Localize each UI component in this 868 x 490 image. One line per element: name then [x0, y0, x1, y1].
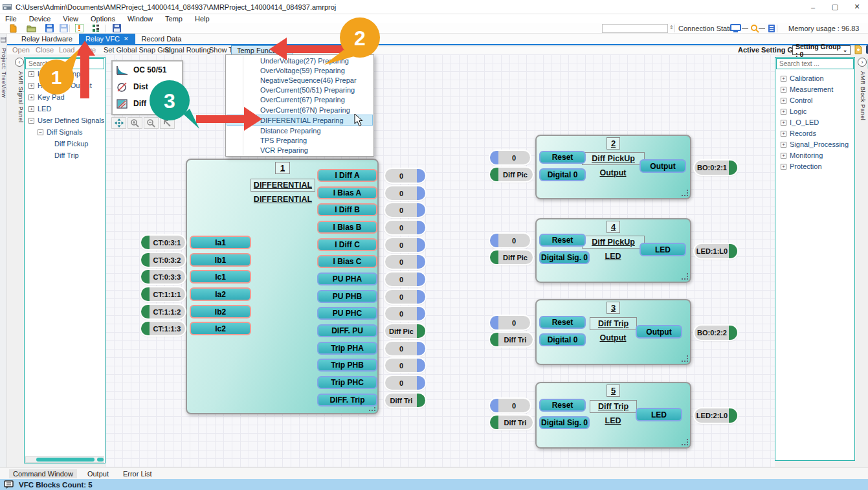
menu-window[interactable]: Window [128, 15, 153, 23]
menu-item-overcurrent5051[interactable]: OverCurrent(50/51) Preparing [227, 85, 373, 95]
value-pill[interactable]: Diff Pic [490, 251, 533, 264]
expander-icon[interactable]: + [781, 87, 786, 93]
pan-tool-button[interactable] [111, 117, 126, 129]
expander-icon[interactable]: + [781, 164, 786, 170]
tab-output[interactable]: Output [83, 469, 113, 478]
expander-icon[interactable]: + [781, 153, 786, 159]
input-pill[interactable]: Reset [539, 316, 586, 329]
value-pill[interactable]: 0 [385, 255, 425, 269]
maximize-button[interactable]: ▢ [824, 0, 846, 14]
expander-icon[interactable]: + [781, 142, 786, 148]
input-pill[interactable]: Ia1 [190, 236, 251, 249]
source-pill[interactable]: CT:0:3:2 [141, 253, 185, 267]
source-pill[interactable]: CT:0:3:3 [141, 270, 185, 284]
source-pill[interactable]: CT:1:1:1 [141, 287, 185, 301]
value-pill[interactable]: 0 [385, 238, 425, 252]
value-pill[interactable]: Diff Tri [490, 416, 533, 429]
output-pill[interactable]: I Diff A [317, 169, 377, 182]
expander-icon[interactable]: − [28, 118, 34, 124]
signal-routing-button[interactable]: Signal Routing [164, 46, 211, 54]
select-tool-button[interactable] [160, 117, 175, 129]
value-pill[interactable]: Diff Tri [490, 333, 533, 346]
input-pill[interactable]: Ia2 [190, 287, 251, 301]
resize-grip[interactable] [682, 190, 689, 197]
output-pill[interactable]: DIFF. PU [317, 324, 377, 337]
output-pill[interactable]: I Bias C [317, 255, 377, 268]
input-pill[interactable]: Digital 0 [539, 168, 586, 181]
expander-icon[interactable]: − [38, 129, 43, 135]
zoom-in-button[interactable] [128, 117, 142, 129]
tree-item-signal-processing[interactable]: + Signal_Processing [781, 140, 849, 148]
input-pill[interactable]: Digital 0 [539, 333, 586, 346]
menu-temp[interactable]: Temp [165, 15, 183, 23]
tree-item-monitoring[interactable]: + Monitoring [781, 151, 823, 159]
scrollbar-thumb[interactable] [36, 458, 95, 462]
output-pill[interactable]: I Diff C [317, 238, 377, 251]
add-setting-group-icon[interactable] [854, 45, 863, 56]
value-pill[interactable]: 0 [490, 151, 530, 164]
collapse-left-panel-button[interactable]: ‹ [15, 58, 24, 67]
tab-relay-vfc[interactable]: Relay VFC ✕ [79, 34, 135, 44]
save-all-icon[interactable] [58, 23, 69, 33]
vfc-close-button[interactable]: Close [36, 46, 54, 54]
expander-icon[interactable]: + [28, 83, 34, 89]
value-pill[interactable]: 0 [490, 234, 530, 247]
zoom-out-button[interactable] [144, 117, 159, 129]
input-pill[interactable]: Digital Sig. 0 [539, 251, 590, 264]
expander-icon[interactable]: + [781, 109, 786, 115]
expander-icon[interactable]: + [28, 95, 34, 100]
value-pill[interactable]: 0 [490, 399, 530, 412]
run-check-icon[interactable] [74, 23, 85, 33]
input-pill[interactable]: Ib1 [190, 253, 251, 267]
value-pill[interactable]: 0 [490, 316, 530, 329]
input-pill[interactable]: Ic2 [190, 322, 251, 335]
minimize-button[interactable]: – [802, 0, 824, 14]
input-pill[interactable]: Ic1 [190, 270, 251, 284]
value-pill[interactable]: 0 [385, 203, 425, 217]
expander-icon[interactable]: + [28, 71, 34, 77]
output-pill[interactable]: I Bias B [317, 221, 377, 234]
value-pill[interactable]: 0 [385, 221, 425, 234]
tab-record-data[interactable]: Record Data [135, 34, 188, 44]
menu-help[interactable]: Help [195, 15, 210, 23]
project-treeview-label[interactable]: Project: TreeView [1, 48, 7, 98]
tree-item-protection[interactable]: + Protection [781, 162, 822, 170]
amr-block-panel-label[interactable]: AMR Block Panel [860, 71, 866, 120]
menu-item-undervoltage[interactable]: UnderVoltage(27) Preparing [227, 56, 373, 65]
tree-item-hardware-output[interactable]: + Hardware Output [28, 82, 92, 89]
combobox-spinner-icon[interactable]: ⇕ [669, 25, 674, 30]
menu-item-negativesequence[interactable]: NegativeSequence(46) Prepar [227, 75, 373, 85]
output-pill[interactable]: LED [640, 243, 686, 256]
tab-relay-hardware[interactable]: Relay Hardware [15, 34, 79, 44]
output-pill[interactable]: Output [636, 325, 682, 339]
output-pill[interactable]: I Bias A [317, 186, 377, 199]
menu-item-vcr[interactable]: VCR Preparing [227, 146, 373, 155]
target-pill[interactable]: BO:0:2:2 [695, 326, 737, 340]
value-pill[interactable]: 0 [385, 186, 425, 200]
value-pill[interactable]: 0 [385, 342, 425, 355]
output-pill[interactable]: PU PHA [317, 273, 377, 285]
open-folder-icon[interactable] [26, 23, 37, 33]
menu-device[interactable]: Device [29, 15, 51, 23]
tab-error-list[interactable]: Error List [119, 469, 156, 478]
target-pill[interactable]: LED:2:L0 [695, 408, 737, 423]
input-pill[interactable]: Reset [539, 399, 586, 412]
save-icon[interactable] [44, 23, 55, 33]
tree-item-control[interactable]: + Control [781, 96, 812, 104]
tree-item-diff-pickup[interactable]: Diff Pickup [48, 140, 88, 148]
menu-item-overcurrent67n[interactable]: OverCurrent(67N) Preparing [227, 105, 373, 115]
input-pill[interactable]: Digital Sig. 0 [539, 416, 590, 429]
vfc-save-button[interactable]: Save [80, 46, 96, 54]
toolbar-combobox[interactable] [602, 24, 668, 33]
expander-icon[interactable]: + [781, 98, 786, 104]
output-pill[interactable]: Output [640, 159, 686, 173]
tree-view-icon[interactable] [91, 23, 102, 33]
signal-panel-hscrollbar[interactable] [25, 456, 104, 463]
menu-item-differential[interactable]: DIFFERENTIAL Preparing [227, 115, 373, 126]
input-pill[interactable]: Ib2 [190, 305, 251, 318]
menu-item-tps[interactable]: TPS Preparing [227, 136, 373, 146]
tree-item-calibration[interactable]: + Calibration [781, 74, 824, 82]
resize-grip[interactable] [682, 273, 689, 280]
delete-setting-group-icon[interactable] [865, 45, 868, 56]
tree-item-key-pad[interactable]: + Key Pad [28, 93, 65, 101]
